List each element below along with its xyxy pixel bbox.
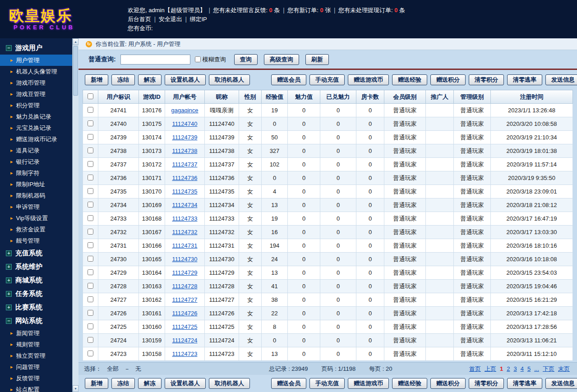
- freeze-button[interactable]: 冻结: [111, 74, 135, 85]
- column-header-user-id[interactable]: 用户标识: [98, 90, 139, 104]
- gift-game-coin-button[interactable]: 赠送游戏币: [348, 74, 389, 85]
- set-robot-button[interactable]: 设置机器人: [165, 378, 206, 389]
- gift-exp-button[interactable]: 赠送经验: [392, 378, 427, 389]
- sidebar-item[interactable]: ▸游戏豆管理: [0, 88, 72, 100]
- account-link[interactable]: 11124736: [172, 175, 198, 181]
- column-header-charm-value[interactable]: 魅力值: [288, 90, 320, 104]
- gift-exp-button[interactable]: 赠送经验: [392, 74, 427, 85]
- scroll-down-icon[interactable]: ▼: [73, 385, 78, 392]
- row-checkbox[interactable]: [88, 202, 93, 208]
- account-link[interactable]: 11124734: [172, 202, 198, 208]
- account-link[interactable]: 11124731: [172, 242, 198, 249]
- account-link[interactable]: 11124740: [172, 120, 198, 127]
- account-link[interactable]: 11124726: [172, 310, 198, 317]
- send-message-button[interactable]: 发送信息: [545, 74, 577, 85]
- account-link[interactable]: 11124733: [172, 215, 198, 222]
- sidebar-item[interactable]: ▸Vip等级设置: [0, 212, 72, 224]
- row-checkbox[interactable]: [88, 215, 93, 221]
- sidebar-item[interactable]: ▸限制IP地址: [0, 179, 72, 190]
- refresh-button[interactable]: 刷新: [305, 54, 329, 65]
- sidebar-item[interactable]: ▸元宝兑换记录: [0, 122, 72, 134]
- search-button[interactable]: 查询: [234, 54, 258, 65]
- column-header-register-time[interactable]: 注册时间: [491, 90, 573, 104]
- row-checkbox[interactable]: [88, 120, 93, 126]
- nav-bind-ip-link[interactable]: 绑定IP: [189, 16, 207, 23]
- row-checkbox[interactable]: [88, 148, 93, 153]
- row-checkbox[interactable]: [88, 107, 93, 113]
- page-first[interactable]: 首页: [469, 365, 481, 373]
- column-header-nickname[interactable]: 昵称: [205, 90, 239, 104]
- sidebar-item[interactable]: ▸新闻管理: [0, 327, 72, 339]
- row-checkbox[interactable]: [88, 242, 93, 248]
- sidebar-item[interactable]: ▸问题管理: [0, 361, 72, 373]
- sidebar-item[interactable]: ▸用户管理: [0, 55, 72, 66]
- select-all-link[interactable]: 全部: [107, 365, 119, 373]
- row-checkbox[interactable]: [88, 134, 93, 140]
- sidebar-item[interactable]: ▸规则管理: [0, 339, 72, 350]
- account-link[interactable]: 11124735: [172, 188, 198, 195]
- sidebar-item[interactable]: ▸反馈管理: [0, 373, 72, 384]
- account-link[interactable]: gagaqince: [171, 107, 198, 114]
- sidebar-item[interactable]: ▸独立页管理: [0, 350, 72, 361]
- select-none-link[interactable]: 无: [135, 365, 141, 373]
- cancel-robot-button[interactable]: 取消机器人: [209, 378, 250, 389]
- unfreeze-button[interactable]: 解冻: [138, 74, 162, 85]
- expand-icon[interactable]: +: [6, 264, 12, 270]
- page-2[interactable]: 2: [507, 365, 510, 372]
- column-header-account[interactable]: 用户帐号: [165, 90, 205, 104]
- page-5[interactable]: 5: [527, 365, 531, 372]
- collapse-icon[interactable]: −: [6, 45, 12, 51]
- account-link[interactable]: 11124724: [172, 337, 198, 344]
- account-link[interactable]: 11124728: [172, 283, 198, 290]
- send-message-button[interactable]: 发送信息: [545, 378, 577, 389]
- fuzzy-search-label[interactable]: 模糊查询: [203, 55, 226, 64]
- row-checkbox[interactable]: [88, 229, 93, 235]
- column-header-member-level[interactable]: 会员级别: [384, 90, 426, 104]
- sidebar-item[interactable]: ▸救济金设置: [0, 224, 72, 235]
- column-header-charm-exchanged[interactable]: 已兑魅力: [320, 90, 356, 104]
- row-checkbox[interactable]: [88, 323, 93, 329]
- account-link[interactable]: 11124739: [172, 134, 198, 141]
- gift-member-button[interactable]: 赠送会员: [271, 74, 306, 85]
- sidebar-item[interactable]: ▸魅力兑换记录: [0, 111, 72, 122]
- nav-logout-link[interactable]: 安全退出: [159, 16, 182, 23]
- sidebar-section-4[interactable]: +商城系统: [0, 273, 72, 287]
- row-checkbox[interactable]: [88, 337, 93, 343]
- sidebar-item[interactable]: ▸申诉管理: [0, 201, 72, 212]
- sidebar-item[interactable]: ▸赠送游戏币记录: [0, 134, 72, 145]
- fuzzy-search-checkbox[interactable]: [195, 56, 201, 62]
- sidebar-section-5[interactable]: +任务系统: [0, 287, 72, 300]
- sidebar-scrollbar[interactable]: ▲ ▼: [72, 38, 78, 392]
- row-checkbox[interactable]: [88, 188, 93, 194]
- expand-icon[interactable]: +: [6, 277, 12, 283]
- add-button[interactable]: 新增: [85, 74, 108, 85]
- expand-icon[interactable]: +: [6, 304, 12, 310]
- account-link[interactable]: 11124725: [172, 323, 198, 330]
- scrollbar-track[interactable]: [73, 97, 78, 385]
- page-ellipsis[interactable]: ...: [534, 365, 539, 372]
- expand-icon[interactable]: +: [6, 291, 12, 297]
- column-header-promoter[interactable]: 推广人: [426, 90, 454, 104]
- column-header-game-id[interactable]: 游戏ID: [139, 90, 165, 104]
- clear-escape-rate-button[interactable]: 清零逃率: [507, 378, 542, 389]
- gift-game-coin-button[interactable]: 赠送游戏币: [348, 378, 389, 389]
- sidebar-section-3[interactable]: +系统维护: [0, 260, 72, 273]
- unfreeze-button[interactable]: 解冻: [138, 378, 162, 389]
- sidebar-item[interactable]: ▸机器人头像管理: [0, 66, 72, 77]
- column-header-exp-value[interactable]: 经验值: [262, 90, 288, 104]
- manual-recharge-button[interactable]: 手动充值: [309, 74, 345, 85]
- gift-points-button[interactable]: 赠送积分: [430, 74, 466, 85]
- row-checkbox[interactable]: [88, 350, 93, 356]
- nav-home-link[interactable]: 后台首页: [128, 16, 151, 23]
- sidebar-section-6[interactable]: +比赛系统: [0, 300, 72, 314]
- sidebar-item[interactable]: ▸积分管理: [0, 100, 72, 111]
- account-link[interactable]: 11124738: [172, 148, 198, 154]
- freeze-button[interactable]: 冻结: [111, 378, 135, 389]
- column-header-gender[interactable]: 性别: [239, 90, 262, 104]
- advanced-search-button[interactable]: 高级查询: [264, 54, 299, 65]
- column-header-admin-level[interactable]: 管理级别: [454, 90, 491, 104]
- clear-points-button[interactable]: 清零积分: [469, 74, 504, 85]
- select-all-checkbox[interactable]: [88, 93, 93, 99]
- row-checkbox[interactable]: [88, 310, 93, 316]
- row-checkbox[interactable]: [88, 296, 93, 302]
